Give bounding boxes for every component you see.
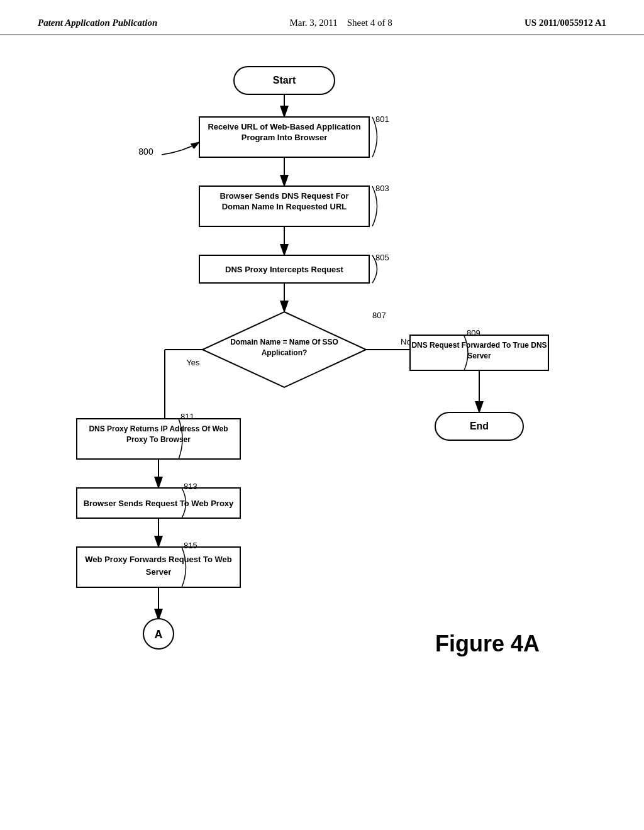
publication-date: Mar. 3, 2011 xyxy=(290,18,338,28)
n809-line2: Server xyxy=(467,351,491,360)
n811-line1: DNS Proxy Returns IP Address Of Web xyxy=(89,424,228,433)
n805-text: DNS Proxy Intercepts Request xyxy=(225,265,344,274)
n803-line2: Doman Name In Requested URL xyxy=(222,202,347,211)
n815-number: 815 xyxy=(184,541,197,550)
n807-line1: Domain Name = Name Of SSO xyxy=(230,338,338,346)
sheet-number: Sheet 4 of 8 xyxy=(347,18,392,28)
n809-number: 809 xyxy=(467,328,480,338)
n807-number: 807 xyxy=(372,311,386,320)
diagram-area: Start Receive URL of Web-Based Applicati… xyxy=(0,42,644,821)
n801-line1: Receive URL of Web-Based Application xyxy=(208,122,360,131)
patent-number: US 2011/0055912 A1 xyxy=(525,18,606,28)
publication-title: Patent Application Publication xyxy=(38,18,157,28)
figure-label: Figure 4A xyxy=(435,631,540,656)
yes-label: Yes xyxy=(186,358,200,367)
flowchart-svg: Start Receive URL of Web-Based Applicati… xyxy=(39,54,605,809)
n813-text: Browser Sends Request To Web Proxy xyxy=(84,499,234,508)
end-label: End xyxy=(470,421,489,431)
start-label: Start xyxy=(273,75,296,86)
n811-number: 811 xyxy=(180,412,194,421)
date-sheet: Mar. 3, 2011 Sheet 4 of 8 xyxy=(290,18,392,28)
n800-label: 800 xyxy=(138,147,153,157)
terminus-a: A xyxy=(155,628,163,641)
n805-number: 805 xyxy=(375,253,389,262)
n801-number: 801 xyxy=(375,114,389,124)
page-header: Patent Application Publication Mar. 3, 2… xyxy=(0,0,644,35)
n803-line1: Browser Sends DNS Request For xyxy=(219,191,348,201)
n809-line1: DNS Request Forwarded To True DNS xyxy=(411,341,547,350)
n801-line2: Program Into Browser xyxy=(242,133,328,142)
n807-line2: Application? xyxy=(262,348,308,357)
n815-line2: Server xyxy=(146,567,171,577)
n811-line2: Proxy To Browser xyxy=(126,435,191,444)
n803-number: 803 xyxy=(375,184,389,193)
n813-number: 813 xyxy=(184,482,197,491)
n815-line1: Web Proxy Forwards Request To Web xyxy=(85,555,231,564)
